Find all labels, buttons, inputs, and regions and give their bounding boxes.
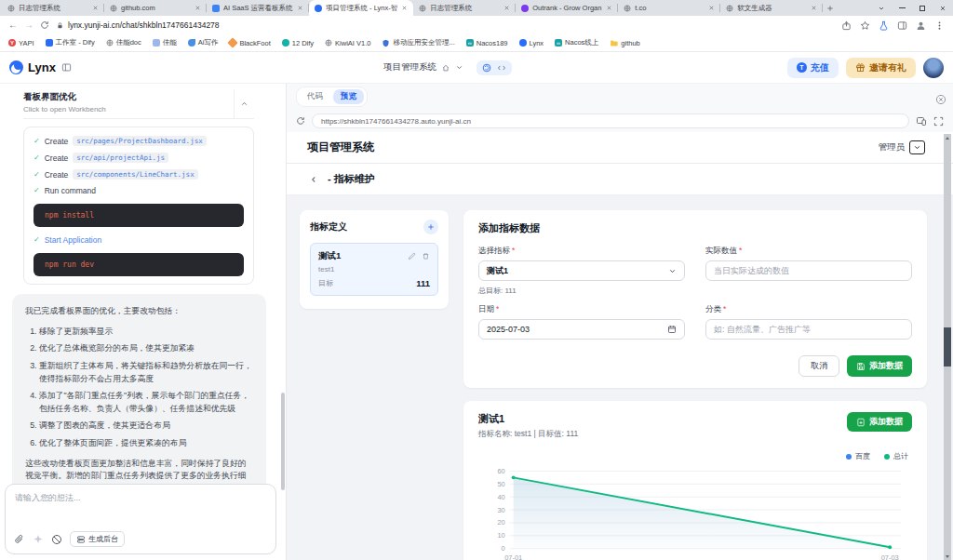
- url-field[interactable]: lynx.yunji-ai.cn/chat/shkbln174766143427…: [56, 20, 835, 30]
- metric-select[interactable]: 测试1: [478, 260, 685, 281]
- bookmark-dify-workspace[interactable]: 工作室 - Dify: [46, 38, 95, 47]
- tab-close-icon[interactable]: [195, 5, 201, 11]
- start-application-link[interactable]: Start Application: [45, 235, 101, 245]
- window-maximize-button[interactable]: [912, 0, 933, 16]
- browser-tab[interactable]: 日志管理系统: [2, 0, 104, 16]
- reload-button[interactable]: [40, 20, 49, 30]
- browser-tab[interactable]: AI SaaS 运营看板系统: [207, 0, 309, 16]
- recharge-button[interactable]: T充值: [787, 58, 839, 78]
- browser-tab[interactable]: t.co: [618, 0, 720, 16]
- back-chevron-icon[interactable]: [309, 175, 318, 184]
- browser-tab[interactable]: 日志管理系统: [413, 0, 516, 16]
- user-avatar[interactable]: [923, 58, 944, 78]
- file-plus-icon: [856, 418, 866, 427]
- menu-kebab-icon[interactable]: [934, 20, 945, 31]
- tab-close-icon[interactable]: [297, 5, 303, 11]
- device-toggle-icon[interactable]: [916, 115, 927, 127]
- metric-item[interactable]: 测试1 test1 目标 111: [310, 243, 438, 296]
- created-file-chip[interactable]: src/api/projectApi.js: [73, 153, 168, 163]
- app-title: 项目管理系统: [307, 140, 374, 155]
- refresh-icon[interactable]: [296, 116, 305, 126]
- task-header-info[interactable]: 看板界面优化 Click to open Workbench: [23, 89, 234, 118]
- new-tab-button[interactable]: [823, 0, 838, 16]
- invite-button[interactable]: 邀请有礼: [846, 58, 916, 78]
- extension-flask-icon[interactable]: [879, 20, 889, 31]
- preview-close-button[interactable]: [935, 90, 946, 107]
- bookmark-nacos189[interactable]: ‹›Nacos189: [466, 39, 508, 47]
- legend-item[interactable]: 百度: [846, 451, 870, 461]
- scroll-down-arrow[interactable]: [944, 553, 951, 560]
- created-file-chip[interactable]: src/pages/ProjectDashboard.jsx: [73, 136, 206, 146]
- cancel-button[interactable]: 取消: [799, 355, 839, 377]
- admin-menu[interactable]: 管理员: [879, 140, 926, 154]
- actual-value-input[interactable]: [705, 260, 912, 281]
- tab-preview[interactable]: 预览: [333, 89, 364, 104]
- preview-panel: 代码 预览 https://shkbln1747661434278.auto.y…: [287, 84, 953, 560]
- edit-pencil-icon[interactable]: [408, 252, 416, 260]
- submit-add-data-button[interactable]: 添加数据: [847, 355, 912, 377]
- project-switcher[interactable]: 项目管理系统: [383, 61, 463, 73]
- legend-item[interactable]: 总计: [884, 451, 908, 461]
- bookmark-github-folder[interactable]: github: [610, 39, 639, 47]
- browser-tab[interactable]: github.com: [104, 0, 207, 16]
- preview-scrollbar[interactable]: [944, 134, 951, 560]
- browser-tab[interactable]: 软文生成器: [720, 0, 823, 16]
- tab-close-icon[interactable]: [503, 5, 510, 11]
- chart-title: 测试1: [478, 412, 578, 426]
- preview-url-field[interactable]: https://shkbln1747661434278.auto.yunji-a…: [312, 113, 909, 128]
- chevron-down-icon: [668, 267, 677, 275]
- code-mode-icon[interactable]: [497, 63, 506, 73]
- task-collapse-button[interactable]: [234, 89, 254, 118]
- tab-search-button[interactable]: [871, 0, 892, 16]
- tab-close-icon[interactable]: [92, 5, 99, 11]
- bookmark-lynx[interactable]: Lynx: [519, 39, 544, 47]
- bookmark-kiwiai[interactable]: KiwiAI V1.0: [325, 39, 370, 47]
- bookmark-ai-writing[interactable]: Ai写作: [188, 38, 219, 47]
- browser-tab-active[interactable]: 项目管理系统 - Lynx-智: [309, 0, 413, 16]
- window-minimize-button[interactable]: [892, 0, 912, 16]
- bookmark-canon-doc[interactable]: 佳能doc: [106, 38, 141, 47]
- bookmark-yapi[interactable]: YYAPI: [8, 39, 34, 47]
- chat-mode-icon[interactable]: [482, 63, 491, 73]
- window-close-button[interactable]: [933, 0, 953, 16]
- bookmark-star-icon[interactable]: [860, 20, 870, 31]
- chart-add-data-button[interactable]: 添加数据: [847, 412, 912, 432]
- line-chart[interactable]: 010203040506007-0107-03: [478, 465, 912, 560]
- tab-close-icon[interactable]: [811, 5, 817, 11]
- stop-ban-icon[interactable]: [51, 534, 62, 545]
- bookmark-canon[interactable]: 佳能: [153, 38, 177, 47]
- task-step: ✓Run command: [34, 186, 244, 195]
- svg-text:10: 10: [497, 531, 504, 540]
- select-metric-label: 选择指标*: [478, 246, 685, 257]
- lynx-logo-icon[interactable]: [9, 60, 23, 74]
- forward-button[interactable]: →: [24, 20, 34, 30]
- back-button[interactable]: ←: [8, 20, 18, 30]
- bookmark-nacos-online[interactable]: ‹›Nacos线上: [555, 38, 598, 47]
- attach-paperclip-icon[interactable]: [14, 534, 25, 545]
- tab-code[interactable]: 代码: [300, 89, 330, 104]
- tab-close-icon[interactable]: [606, 5, 612, 11]
- tab-close-icon[interactable]: [708, 5, 715, 11]
- add-metric-button[interactable]: [423, 220, 438, 234]
- generate-backend-button[interactable]: 生成后台: [70, 531, 125, 547]
- scroll-up-arrow[interactable]: [944, 134, 951, 141]
- scrollbar-thumb[interactable]: [944, 327, 951, 367]
- side-panel-icon[interactable]: [897, 20, 907, 31]
- bookmark-12-dify[interactable]: 12 Dify: [282, 39, 314, 47]
- bookmark-blackfoot[interactable]: BlackFoot: [229, 39, 270, 47]
- share-icon[interactable]: [841, 20, 852, 31]
- created-file-chip[interactable]: src/components/LineChart.jsx: [73, 169, 197, 180]
- sidebar-toggle-icon[interactable]: [61, 62, 72, 73]
- category-input[interactable]: [705, 319, 912, 340]
- dify-favicon: [46, 39, 53, 47]
- date-input[interactable]: 2025-07-03: [478, 319, 685, 340]
- sparkle-icon[interactable]: [33, 534, 44, 545]
- bookmark-mobile-security[interactable]: 移动应用安全管理...: [382, 38, 454, 47]
- chat-scrollbar[interactable]: [281, 393, 285, 490]
- delete-trash-icon[interactable]: [422, 252, 430, 260]
- profile-icon[interactable]: [916, 20, 926, 31]
- browser-tab[interactable]: Outrank - Grow Organ: [516, 0, 618, 16]
- composer-input[interactable]: [15, 492, 266, 526]
- fullscreen-icon[interactable]: [933, 116, 944, 127]
- tab-close-icon[interactable]: [401, 5, 408, 11]
